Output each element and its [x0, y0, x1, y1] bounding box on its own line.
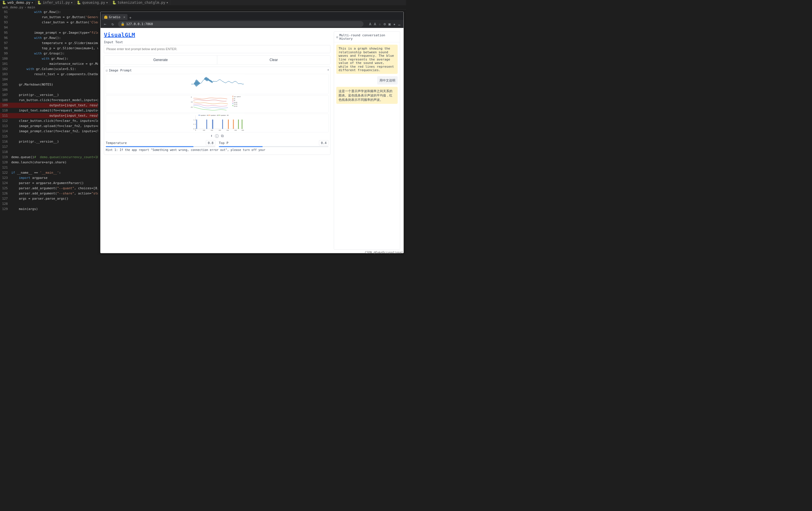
svg-text:300: 300: [219, 130, 221, 131]
translate-icon[interactable]: A: [368, 21, 372, 27]
browser-refresh-button[interactable]: ↻: [110, 21, 115, 27]
reader-icon[interactable]: A: [373, 21, 377, 27]
tab-tokenization[interactable]: 🐍 tokenization_chatglm.py ×: [110, 0, 170, 5]
code-line-103: 103 result_text = gr.components.Chatbot(…: [0, 72, 98, 77]
svg-text:600: 600: [242, 130, 244, 131]
generate-button[interactable]: Generate: [104, 56, 217, 64]
svg-text:-10: -10: [190, 101, 193, 103]
top-p-slider-fill: [219, 146, 263, 147]
upload-chart-icon[interactable]: ⬆: [210, 134, 213, 139]
image-prompt-close-icon[interactable]: ×: [327, 68, 329, 71]
bookmark-icon[interactable]: ☆: [378, 21, 382, 27]
temperature-slider-fill: [106, 146, 193, 147]
code-line-91: 91 with gr.Row():: [0, 9, 98, 15]
code-line-96: 96 with gr.Row():: [0, 35, 98, 40]
image-prompt-section: ☑ Image Prompt ×: [104, 67, 330, 155]
svg-text:#1: #1: [234, 98, 235, 99]
svg-rect-42: [238, 120, 239, 129]
favorites-icon[interactable]: ★: [393, 21, 397, 27]
code-line-122: 122 if __name__ == '__main__':: [0, 170, 98, 175]
copy-chart-icon[interactable]: ⧉: [221, 134, 224, 139]
browser-tab-gradio[interactable]: 🤗 Gradio ×: [102, 14, 128, 20]
code-line-112: 112 clear_button.click(fn=clear_fn, inpu…: [0, 118, 98, 124]
code-line-102: 102 with gr.Column(scale=5.5):: [0, 66, 98, 72]
breadcrumb-file: web_demo.py: [2, 5, 23, 9]
svg-rect-40: [228, 120, 229, 129]
svg-text:-20: -20: [190, 106, 193, 108]
code-line-126: 126 parser.add_argument("--share", actio…: [0, 191, 98, 196]
svg-text:500: 500: [235, 130, 237, 131]
svg-rect-15: [232, 106, 233, 106]
tab-infer-util[interactable]: 🐍 infer_util.py ×: [35, 0, 75, 5]
lock-icon: 🔒: [121, 22, 125, 26]
chat-message-text-0: This is a graph showing the relationship…: [339, 47, 394, 72]
tab-close[interactable]: ×: [71, 1, 72, 4]
url-display: 127.0.0.1:7860: [126, 22, 153, 26]
browser-back-button[interactable]: ←: [103, 21, 108, 27]
tab-web-demo[interactable]: 🐍 web_demo.py ×: [0, 0, 35, 5]
chat-message-0: This is a graph showing the relationship…: [336, 44, 398, 74]
svg-text:speaker #2: speaker #2: [211, 115, 219, 116]
code-line-111: 111 outputs=[input_text, result...: [0, 113, 98, 118]
split-view-icon[interactable]: ▣: [387, 21, 392, 27]
browser-tab-label: Gradio: [109, 15, 120, 19]
code-line-99: 99 with gr.Group():: [0, 51, 98, 56]
tab-close[interactable]: ×: [167, 1, 168, 4]
svg-text:0.0: 0.0: [193, 128, 196, 130]
temperature-slider-track[interactable]: [106, 146, 215, 147]
info-chart-icon[interactable]: ⓘ: [215, 134, 219, 139]
clear-button[interactable]: Clear: [217, 56, 330, 64]
code-line-127: 127 args = parser.parse_args(): [0, 196, 98, 201]
code-line-101: 101 maintenance_notice = gr.Markdown(MAI…: [0, 61, 98, 66]
code-line-109: 109 outputs=[input_text, result...: [0, 103, 98, 108]
svg-rect-38: [212, 120, 213, 129]
code-line-104: 104: [0, 77, 98, 82]
svg-rect-5: [232, 96, 233, 97]
code-line-105: 105 gr.Markdown(NOTES): [0, 82, 98, 87]
code-line-97: 97 temperature = gr.Slider(maximum=1, va…: [0, 40, 98, 46]
svg-text:0: 0: [195, 130, 196, 131]
code-line-124: 124 parser = argparse.ArgumentParser(): [0, 181, 98, 186]
top-p-value: 0.4: [319, 140, 328, 146]
gradio-content: VisualGLM Input Text Generate Clear: [100, 28, 404, 253]
chat-message-text-2: 这是一个显示声学波和频率之间关系的图表。蓝色线条表示声波的平均值，红色线条则表示…: [339, 89, 393, 102]
tab-close[interactable]: ×: [106, 1, 108, 4]
code-line-114: 114 image_prompt.clear(fn=clear_fn2, inp…: [0, 129, 98, 134]
chart-controls: ⬆ ⓘ ⧉: [106, 134, 328, 139]
tab-label: tokenization_chatglm.py: [118, 1, 165, 5]
input-text-field[interactable]: [104, 45, 330, 53]
tab-queueing[interactable]: 🐍 queueing.py ×: [75, 0, 110, 5]
code-line-108: 108 run_button.click(fn=request_model,in…: [0, 98, 98, 103]
temperature-slider-header: Temperature 0.8: [106, 140, 215, 146]
code-line-118: 118: [0, 150, 98, 155]
waveform-chart: [106, 74, 328, 94]
chat-panel: ☑ Multi-round conversation History This …: [334, 31, 400, 250]
code-line-120: 120 demo.launch(share=args.share): [0, 160, 98, 165]
checkbox-icon: ☑: [106, 68, 108, 72]
browser-window: 🤗 Gradio × + ← ↻ 🔒 127.0.0.1:7860 A A ☆ …: [100, 12, 404, 253]
menu-icon[interactable]: …: [397, 21, 401, 27]
browser-tab-close-icon[interactable]: ×: [123, 15, 125, 19]
code-line-119: 119 demo.queue()# demo.queue(concurrency…: [0, 155, 98, 160]
svg-text:200: 200: [211, 130, 213, 131]
svg-text:#2+#3: #2+#3: [234, 106, 238, 107]
code-line-121: 121: [0, 165, 98, 170]
tab-icon: 🐍: [2, 1, 6, 5]
top-p-slider-track[interactable]: [219, 146, 329, 147]
settings-icon[interactable]: ⚙: [383, 21, 387, 27]
frequency-svg: 0 -10 -20 non-speech #1 #2: [106, 95, 328, 113]
frequency-chart: 0 -10 -20 non-speech #1 #2: [106, 95, 328, 113]
image-prompt-label: ☑ Image Prompt: [106, 68, 328, 72]
browser-new-tab-button[interactable]: +: [128, 16, 134, 20]
browser-address-input[interactable]: 🔒 127.0.0.1:7860: [118, 21, 364, 27]
temperature-value: 0.8: [206, 140, 215, 146]
top-p-slider-header: Top P 0.4: [219, 140, 329, 146]
button-row: Generate Clear: [104, 56, 330, 64]
tab-close[interactable]: ×: [31, 1, 33, 4]
tab-label: queueing.py: [82, 1, 105, 5]
input-text-section: Input Text: [104, 40, 330, 53]
code-line-106: 106: [0, 87, 98, 92]
tab-icon: 🐍: [112, 1, 116, 5]
svg-text:speaker #3: speaker #3: [221, 115, 229, 116]
code-line-125: 125 parser.add_argument("--quant", choic…: [0, 186, 98, 191]
